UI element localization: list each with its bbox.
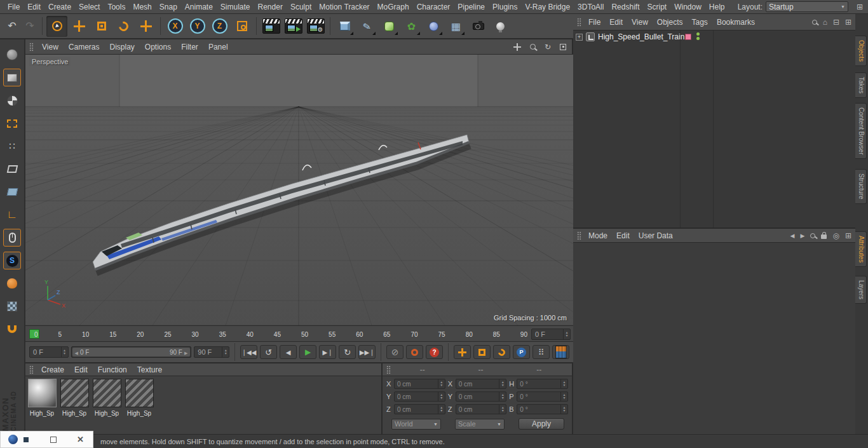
layout-dropdown[interactable]: Startup [766,1,848,12]
frame-range-slider[interactable]: 0 F 90 F [71,346,192,358]
maximize-icon[interactable] [50,437,57,443]
menu-vray-bridge[interactable]: V-Ray Bridge [521,3,574,11]
material-item[interactable]: High_Sp [124,379,154,417]
coordinate-system-button[interactable] [231,16,252,37]
home-button[interactable]: ⌂ [823,18,827,27]
collapse-button[interactable]: ⊟ [833,18,839,27]
render-picture-viewer-button[interactable] [283,16,304,37]
stepper-icon[interactable] [560,379,567,388]
history-back-button[interactable]: ◀ [790,233,795,239]
panel-grip-icon[interactable] [29,43,34,51]
pan-view-button[interactable] [512,42,522,52]
record-rotation-button[interactable] [493,345,510,359]
record-scale-button[interactable] [473,345,491,359]
make-editable-button[interactable] [3,46,21,64]
polygons-mode-button[interactable] [3,183,21,201]
tab-structure[interactable]: Structure [855,169,867,204]
menu-sculpt[interactable]: Sculpt [287,3,315,11]
tab-attributes[interactable]: Attributes [855,231,867,267]
attr-search-button[interactable] [810,233,815,238]
magnet-snap-button[interactable] [3,320,21,338]
menu-motion-tracker[interactable]: Motion Tracker [315,3,373,11]
tab-objects[interactable]: Objects [855,36,867,66]
subdivision-surface-button[interactable] [379,16,400,37]
viewport-menu-cameras[interactable]: Cameras [64,43,104,51]
size-z-field[interactable]: 0 cm [456,404,507,414]
menu-help[interactable]: Help [705,3,729,11]
menu-render[interactable]: Render [254,3,287,11]
menu-redshift[interactable]: Redshift [607,3,643,11]
panel-grip-icon[interactable] [577,231,581,240]
viewport-canvas[interactable]: Y X Z Perspective Grid Spacing : 1000 cm [25,55,573,325]
render-view-button[interactable] [261,16,281,37]
rotation-p-field[interactable]: 0 ° [517,391,568,402]
previous-key-button[interactable]: ↺ [260,345,277,359]
add-cube-button[interactable] [334,16,355,37]
rotate-view-button[interactable]: ↻ [543,42,553,52]
viewport-menu-panel[interactable]: Panel [204,43,233,51]
position-x-field[interactable]: 0 cm [394,379,445,389]
menu-animate[interactable]: Animate [181,3,217,11]
tab-content-browser[interactable]: Content Browser [855,103,867,159]
play-button[interactable]: ▶ [299,345,316,359]
interface-grid-icon[interactable]: ⊞ [855,3,864,11]
stepper-icon[interactable] [499,405,506,414]
object-manager-tree[interactable]: High_Speed_Bullet_Train [573,31,855,229]
stepper-icon[interactable] [560,405,567,414]
rotation-h-field[interactable]: 0 ° [517,379,568,389]
materials-menu-function[interactable]: Function [93,365,132,374]
live-selection-tool-button[interactable] [46,16,67,37]
material-item[interactable]: High_Sp [27,379,57,417]
panel-grip-icon[interactable] [577,18,581,27]
lock-x-axis-button[interactable]: X [165,16,186,37]
size-x-field[interactable]: 0 cm [456,379,507,389]
camera-button[interactable] [468,16,489,37]
attributes-menu-userdata[interactable]: User Data [634,231,677,240]
ruler-frame-field[interactable]: 0 F [531,329,571,340]
last-tool-button[interactable] [135,16,156,37]
record-off-button[interactable]: ⊘ [386,345,403,359]
history-forward-button[interactable]: ▶ [801,233,805,239]
autokey-button[interactable] [406,345,423,359]
tree-row-train[interactable]: High_Speed_Bullet_Train [573,31,855,43]
attr-options-button[interactable]: ⊞ [845,231,851,240]
zoom-view-button[interactable] [527,42,538,52]
materials-menu-texture[interactable]: Texture [132,365,167,374]
panel-options-button[interactable]: ⊞ [845,18,851,27]
stepper-icon[interactable] [563,329,570,339]
attributes-menu-mode[interactable]: Mode [584,231,612,240]
workplane-mode-button[interactable] [3,114,21,132]
layer-color-chip[interactable] [685,34,691,40]
scale-tool-button[interactable] [91,16,112,37]
material-item[interactable]: High_Sp [59,379,90,417]
attributes-menu-edit[interactable]: Edit [612,231,634,240]
tweak-mode-button[interactable] [3,229,21,247]
position-y-field[interactable]: 0 cm [394,391,445,402]
menu-mograph[interactable]: MoGraph [374,3,413,11]
viewport-menu-options[interactable]: Options [140,43,175,51]
keyframe-help-button[interactable]: ? [426,345,443,359]
rotate-tool-button[interactable] [113,16,134,37]
objects-menu-bookmarks[interactable]: Bookmarks [712,18,759,27]
search-button[interactable] [812,20,817,25]
snap-toggle-button[interactable]: S [3,252,21,269]
menu-snap[interactable]: Snap [156,3,181,11]
menu-character[interactable]: Character [413,3,454,11]
mograph-cloner-button[interactable]: ✿ [401,16,422,37]
record-parameter-button[interactable]: P [513,345,530,359]
light-button[interactable] [490,16,511,37]
camera-label[interactable]: Perspective [29,57,71,66]
materials-menu-create[interactable]: Create [36,365,69,374]
apply-button[interactable]: Apply [519,418,564,430]
objects-menu-objects[interactable]: Objects [653,18,688,27]
rotation-b-field[interactable]: 0 ° [517,404,568,414]
tab-takes[interactable]: Takes [855,72,867,98]
render-visibility-dot[interactable] [696,37,700,40]
goto-start-button[interactable]: ❘◀◀ [240,345,257,359]
size-y-field[interactable]: 0 cm [456,391,507,402]
track-selection-button[interactable]: ◎ [832,231,839,240]
taskbar-app-icon[interactable] [8,435,18,444]
viewport-menu-filter[interactable]: Filter [177,43,203,51]
attributes-content[interactable] [573,243,855,433]
stepper-icon[interactable] [438,405,445,414]
